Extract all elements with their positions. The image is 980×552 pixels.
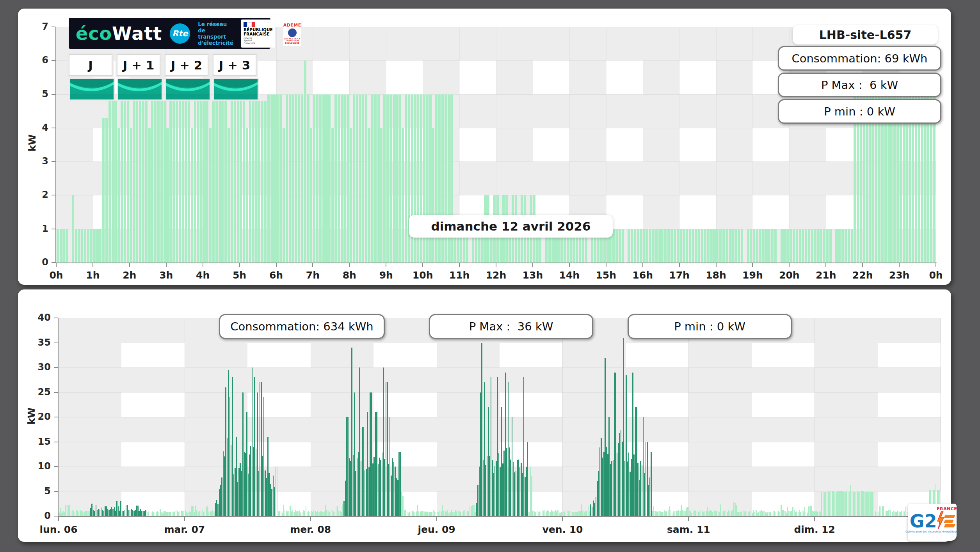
power-bar: [463, 511, 464, 516]
power-bar: [383, 367, 384, 516]
power-bar: [745, 511, 746, 516]
power-bar: [790, 229, 792, 263]
power-bar: [652, 229, 655, 263]
g2e-france-text: FRANCE: [937, 506, 957, 511]
power-bar: [496, 461, 497, 516]
power-bar: [578, 511, 580, 516]
grid-cell: [423, 60, 459, 94]
power-bar: [765, 512, 766, 516]
power-bar: [229, 397, 231, 516]
power-bar: [350, 461, 351, 516]
power-bar: [257, 392, 258, 517]
power-bar: [658, 511, 660, 516]
power-bar: [90, 508, 91, 516]
power-bar: [551, 510, 552, 516]
power-bar: [793, 229, 795, 263]
power-bar: [227, 438, 228, 516]
power-bar: [365, 94, 367, 263]
power-bar: [261, 382, 262, 516]
power-bar: [451, 510, 452, 516]
power-bar: [266, 478, 267, 516]
power-bar: [336, 506, 337, 516]
day-button-0[interactable]: J: [69, 54, 112, 101]
power-bar: [833, 491, 834, 516]
power-bar: [781, 505, 782, 516]
power-bar: [379, 458, 380, 516]
power-bar: [671, 510, 672, 516]
power-bar: [293, 512, 295, 516]
power-bar: [152, 511, 153, 516]
power-bar: [892, 512, 893, 516]
power-bar: [569, 511, 571, 516]
power-bar: [387, 382, 388, 516]
power-bar: [367, 412, 368, 516]
day-button-3[interactable]: J + 3: [213, 54, 256, 101]
x-tick-label: 12h: [478, 270, 514, 281]
daily-pmax-text: P Max : 6 kW: [821, 78, 898, 92]
power-bar: [262, 456, 263, 516]
power-bar: [59, 513, 60, 516]
ecowatt-watt-text: Watt: [112, 23, 162, 44]
ecowatt-signal-thumbnail: [213, 78, 259, 101]
power-bar: [110, 509, 111, 516]
power-bar: [464, 510, 466, 516]
power-bar: [557, 510, 558, 516]
power-bar: [771, 229, 774, 263]
power-bar: [275, 467, 276, 516]
grid-cell: [56, 195, 93, 229]
power-bar: [235, 468, 236, 516]
day-tick-label: mar. 07: [161, 524, 208, 535]
power-bar: [722, 229, 725, 263]
power-bar: [845, 229, 847, 263]
power-bar: [820, 229, 822, 263]
power-bar: [466, 511, 467, 516]
power-bar: [509, 447, 510, 516]
power-bar: [640, 461, 641, 516]
grid-cell: [606, 128, 643, 162]
grid-cell: [815, 343, 877, 368]
power-bar: [863, 491, 864, 516]
day-button-1[interactable]: J + 1: [117, 54, 160, 101]
power-bar: [66, 229, 68, 263]
power-bar: [252, 101, 254, 263]
power-bar: [462, 512, 463, 516]
power-bar: [154, 101, 157, 263]
power-bar: [319, 94, 322, 263]
power-bar: [636, 407, 637, 516]
power-bar: [808, 229, 810, 263]
power-bar: [678, 510, 679, 516]
power-bar: [590, 504, 591, 516]
power-bar: [846, 491, 847, 516]
power-bar: [640, 229, 642, 263]
power-bar: [614, 373, 615, 516]
grid-cell: [496, 60, 533, 94]
power-bar: [501, 407, 502, 516]
power-bar: [622, 442, 623, 516]
power-bar: [250, 446, 251, 516]
power-bar: [225, 387, 226, 516]
power-bar: [506, 448, 507, 516]
power-bar: [643, 229, 645, 263]
power-bar: [416, 511, 417, 517]
day-tick-label: mer. 08: [287, 524, 334, 535]
power-bar: [820, 512, 821, 516]
power-bar: [719, 229, 722, 263]
power-bar: [431, 512, 432, 516]
power-bar: [366, 469, 367, 516]
power-bar: [692, 229, 694, 263]
power-bar: [522, 473, 523, 516]
grid-cell: [59, 343, 121, 368]
power-bar: [836, 492, 837, 516]
power-bar: [735, 229, 737, 263]
power-bar: [639, 480, 640, 516]
power-bar: [627, 461, 628, 516]
power-bar: [845, 492, 846, 516]
grid-cell: [878, 343, 941, 368]
power-bar: [576, 512, 577, 516]
power-bar: [258, 471, 260, 516]
day-button-2[interactable]: J + 2: [165, 54, 208, 101]
y-tick-label: 40: [33, 312, 51, 323]
power-bar: [443, 511, 445, 516]
y-tick-label: 25: [33, 387, 51, 398]
power-bar: [802, 510, 803, 516]
